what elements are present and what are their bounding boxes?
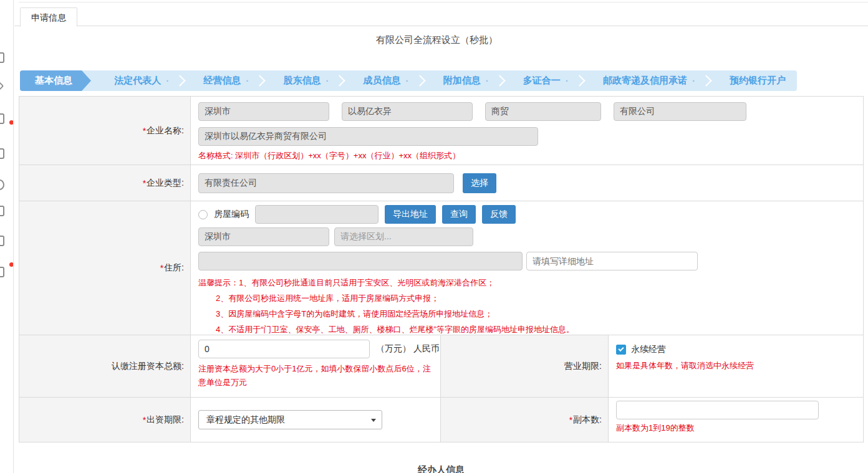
required-asterisk: * xyxy=(143,126,146,136)
step-dot: · xyxy=(566,75,569,86)
sidebar-icon-fragment[interactable] xyxy=(0,148,4,159)
feedback-button[interactable]: 反馈 xyxy=(482,205,516,224)
capital-term-row: 认缴注册资本总额: （万元） 人民币 注册资本总额为大于0小于1亿元，如填小数保… xyxy=(19,335,863,398)
house-code-input[interactable] xyxy=(255,205,379,224)
name-part-city-input[interactable]: 深圳市 xyxy=(198,102,329,121)
tab-bar: 申请信息 xyxy=(14,7,868,26)
basic-info-form: * 企业名称: 深圳市 以易亿衣异 商贸 有限公司 深圳市以易亿衣异商贸有限公司… xyxy=(19,96,864,442)
company-name-row: * 企业名称: 深圳市 以易亿衣异 商贸 有限公司 深圳市以易亿衣异商贸有限公司… xyxy=(19,97,863,165)
application-page: 申请信息 有限公司全流程设立（秒批） 基本信息 法定代表人 · 经营信息 · 股… xyxy=(0,0,868,473)
step-member-info[interactable]: 成员信息 · xyxy=(352,70,420,91)
step-nav: 基本信息 法定代表人 · 经营信息 · 股东信息 · 成员信息 · 附加信息 · xyxy=(20,70,797,91)
step-label: 邮政寄递及信用承诺 xyxy=(603,75,687,87)
step-business-info[interactable]: 经营信息 · xyxy=(192,70,260,91)
step-dot: · xyxy=(692,75,695,86)
perpetual-operation-label: 永续经营 xyxy=(631,344,666,355)
address-street-input[interactable] xyxy=(198,252,523,270)
left-sidebar-fragment xyxy=(0,0,14,473)
name-part-orgform-input[interactable]: 有限公司 xyxy=(614,102,746,121)
funding-term-label: * 出资期限: xyxy=(19,398,191,442)
step-label: 附加信息 xyxy=(443,75,481,87)
funding-copies-row: * 出资期限: 章程规定的其他期限 * 副本数: xyxy=(19,398,863,442)
sidebar-icon-fragment[interactable] xyxy=(0,206,4,216)
registered-capital-label: 认缴注册资本总额: xyxy=(19,335,191,397)
sidebar-icon-fragment[interactable] xyxy=(0,267,4,277)
sidebar-icon-fragment[interactable] xyxy=(0,236,4,246)
sidebar-icon-fragment[interactable] xyxy=(0,52,4,63)
step-legal-representative[interactable]: 法定代表人 · xyxy=(103,70,180,91)
registered-capital-input-field[interactable] xyxy=(205,344,364,354)
name-part-tradename-input[interactable]: 以易亿衣异 xyxy=(342,102,473,121)
step-dot: · xyxy=(486,75,489,86)
address-detail-input[interactable] xyxy=(526,252,698,270)
address-row: * 住所: 房屋编码 导出地址 查询 反馈 深圳市 请选择区划... xyxy=(19,201,863,335)
check-icon xyxy=(618,346,624,351)
address-hint-3: 3、因房屋编码中含字母T的为临时建筑，请使用固定经营场所申报地址信息； xyxy=(198,306,863,322)
required-asterisk: * xyxy=(160,263,163,273)
required-asterisk: * xyxy=(569,415,572,425)
step-label: 多证合一 xyxy=(523,75,561,87)
step-dot: · xyxy=(166,75,169,86)
copies-hint: 副本数为1到19的整数 xyxy=(616,423,863,434)
house-code-radio-label: 房屋编码 xyxy=(214,209,249,220)
company-type-select-button[interactable]: 选择 xyxy=(463,173,496,193)
address-label: * 住所: xyxy=(19,201,191,335)
address-hint-2: 2、有限公司秒批运用统一地址库，适用于房屋编码方式申报； xyxy=(198,290,863,306)
company-type-label: * 企业类型: xyxy=(19,165,191,201)
company-full-name-input[interactable]: 深圳市以易亿衣异商贸有限公司 xyxy=(198,127,538,146)
page-title: 有限公司全流程设立（秒批） xyxy=(14,34,859,46)
step-dot: · xyxy=(246,75,249,86)
copies-input[interactable] xyxy=(616,401,819,419)
query-button[interactable]: 查询 xyxy=(442,205,476,224)
company-name-label: * 企业名称: xyxy=(19,97,191,165)
address-district-select[interactable]: 请选择区划... xyxy=(334,227,473,246)
capital-unit-text: （万元） 人民币 xyxy=(376,343,440,355)
step-shareholder-info[interactable]: 股东信息 · xyxy=(272,70,340,91)
required-asterisk: * xyxy=(143,415,146,425)
step-label: 经营信息 xyxy=(203,75,241,87)
company-name-hint: 名称格式: 深圳市（行政区划）+xx（字号）+xx（行业）+xx（组织形式） xyxy=(198,150,863,161)
sidebar-icon-fragment[interactable] xyxy=(0,81,4,92)
copies-label: * 副本数: xyxy=(440,398,609,442)
next-section-title: 经办人信息 xyxy=(19,464,864,473)
company-type-row: * 企业类型: 有限责任公司 选择 xyxy=(19,165,863,201)
step-basic-info[interactable]: 基本信息 xyxy=(20,70,91,91)
sidebar-icon-fragment[interactable] xyxy=(0,179,4,190)
export-address-button[interactable]: 导出地址 xyxy=(385,205,436,224)
step-label: 成员信息 xyxy=(364,75,401,87)
sidebar-icon-fragment[interactable] xyxy=(0,113,4,124)
dropdown-arrow-icon xyxy=(371,419,376,422)
company-type-input[interactable]: 有限责任公司 xyxy=(198,173,454,193)
business-term-label: 营业期限: xyxy=(440,335,609,397)
step-label: 预约银行开户 xyxy=(730,75,786,87)
step-label: 股东信息 xyxy=(283,75,321,87)
registered-capital-hint: 注册资本总额为大于0小于1亿元，如填小数保留小数点后6位，注意单位是万元 xyxy=(198,362,436,389)
step-dot: · xyxy=(406,75,409,86)
copies-input-field[interactable] xyxy=(622,405,813,415)
funding-term-select[interactable]: 章程规定的其他期限 xyxy=(198,410,382,429)
notification-dot xyxy=(9,120,14,125)
address-city-input[interactable]: 深圳市 xyxy=(198,227,329,246)
step-postal-credit[interactable]: 邮政寄递及信用承诺 · xyxy=(592,70,706,91)
step-label: 基本信息 xyxy=(35,75,72,87)
step-dot: · xyxy=(326,75,329,86)
main-panel: 申请信息 有限公司全流程设立（秒批） 基本信息 法定代表人 · 经营信息 · 股… xyxy=(14,0,868,473)
registered-capital-input[interactable] xyxy=(198,340,370,358)
tab-application-info[interactable]: 申请信息 xyxy=(20,7,77,27)
funding-term-selected-option: 章程规定的其他期限 xyxy=(206,414,285,426)
step-bank-appointment[interactable]: 预约银行开户 xyxy=(718,70,797,91)
step-label: 法定代表人 xyxy=(114,75,161,87)
perpetual-operation-checkbox[interactable] xyxy=(616,345,626,355)
tab-label: 申请信息 xyxy=(31,12,66,22)
notification-dot xyxy=(9,262,14,267)
address-hint-1: 温馨提示：1、有限公司秒批通道目前只适用于宝安区、光明区或前海深港合作区； xyxy=(198,275,863,290)
business-term-hint: 如果是具体年数，请取消选中永续经营 xyxy=(616,360,863,371)
house-code-radio[interactable] xyxy=(198,210,208,219)
panel-top-border xyxy=(19,2,868,2)
step-additional-info[interactable]: 附加信息 · xyxy=(432,70,500,91)
step-multi-cert[interactable]: 多证合一 · xyxy=(512,70,580,91)
required-asterisk: * xyxy=(143,178,146,188)
name-part-industry-input[interactable]: 商贸 xyxy=(485,102,601,121)
address-detail-input-field[interactable] xyxy=(533,256,692,266)
